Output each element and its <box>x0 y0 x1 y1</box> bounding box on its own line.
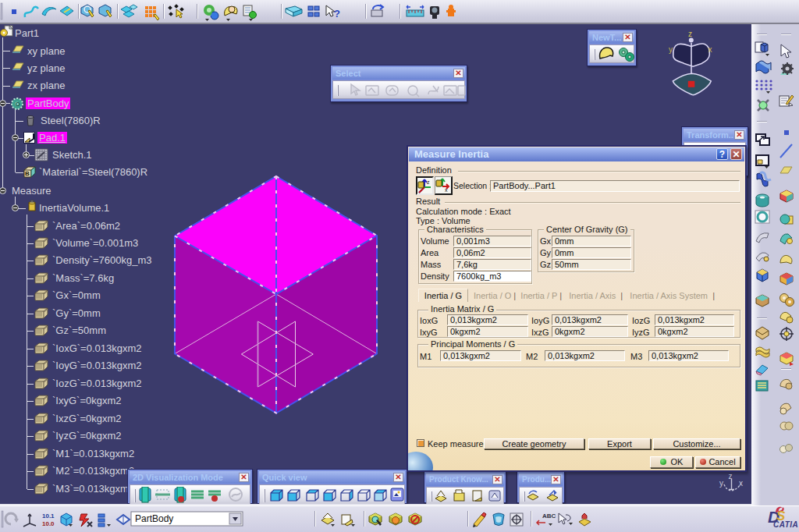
svg-text:CATIA: CATIA <box>773 520 798 529</box>
svg-text:y: y <box>669 45 673 54</box>
svg-text:z: z <box>688 30 692 38</box>
svg-text:ABC: ABC <box>542 512 556 520</box>
svg-text:10.0: 10.0 <box>42 520 55 527</box>
svg-text:B: B <box>25 170 30 177</box>
svg-text:PartBody: PartBody <box>135 513 173 524</box>
svg-text:10.1: 10.1 <box>42 512 55 520</box>
svg-text:O: O <box>16 101 20 107</box>
svg-text:x: x <box>708 45 712 54</box>
svg-text:x: x <box>445 187 448 193</box>
svg-text:x: x <box>739 479 743 488</box>
svg-text:z: z <box>729 472 733 481</box>
svg-text:z: z <box>427 179 430 185</box>
svg-text:y: y <box>719 479 723 488</box>
svg-text:?: ? <box>334 8 340 20</box>
